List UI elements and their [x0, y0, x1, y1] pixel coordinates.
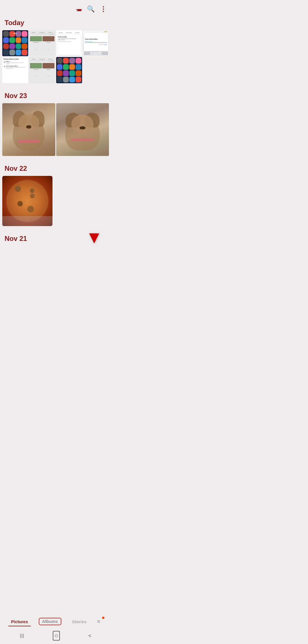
menu-icon[interactable]: ≡: [97, 619, 100, 625]
dialog-create-mini[interactable]: Create: [104, 44, 107, 45]
today-photo-2[interactable]: RecentFavouritesCamera 2132 | 5304 Scree…: [29, 30, 55, 56]
invite-subtitle2: Only the people you invite can join.: [58, 41, 80, 42]
nov22-label: Nov 22: [0, 162, 111, 176]
search-icon[interactable]: 🔍: [87, 5, 95, 13]
nov22-pizza-photo[interactable]: [2, 176, 52, 226]
albums-label: Albums: [42, 619, 58, 624]
nov23-photo-grid: [0, 103, 111, 156]
nov22-section: Nov 22: [0, 162, 111, 226]
albums-box[interactable]: Albums: [39, 618, 61, 625]
pictures-label: Pictures: [11, 619, 28, 624]
wtc-option1-desc: Create a new album and add pictures and …: [6, 62, 27, 64]
cloud-off-icon[interactable]: ☁: [76, 6, 82, 13]
today-photo-1[interactable]: Wear: [2, 30, 28, 56]
nov21-section: Nov 21 ▼: [0, 232, 111, 252]
wtc-option2-desc: Create an album that automatically colle…: [6, 67, 27, 69]
wtc-title-mini: Choose what to create: [3, 58, 27, 60]
back-button[interactable]: <: [88, 633, 92, 639]
nov23-dog-photo-2[interactable]: [56, 103, 109, 156]
home-button[interactable]: ○: [53, 631, 60, 641]
wear-label: Wear: [14, 32, 17, 34]
system-nav: ||| ○ <: [0, 628, 111, 644]
recent-apps-button[interactable]: |||: [20, 633, 24, 638]
nav-stories[interactable]: Stories: [69, 618, 89, 625]
nov22-photo-grid: [0, 176, 111, 226]
more-options-icon[interactable]: ⋮: [100, 5, 107, 13]
bottom-nav: Pictures Albums Stories ≡: [0, 613, 111, 630]
dialog-title-mini: Create shared album: [85, 38, 107, 40]
today-photo-3[interactable]: RecentFavouritesCamera Invite people Cho…: [56, 30, 82, 56]
arrow-annotation: ▼: [86, 229, 103, 246]
dialog-input-mini[interactable]: Shared album 1: [85, 41, 107, 43]
today-photo-4[interactable]: 🔊📶🔋 Create shared album Shared album 1 C…: [83, 30, 109, 56]
today-section: Today: [0, 16, 111, 83]
nav-albums[interactable]: Albums: [36, 617, 64, 626]
today-label: Today: [0, 16, 111, 30]
today-photo-5[interactable]: Choose what to create Album Create a new…: [2, 57, 28, 83]
nav-menu[interactable]: ≡: [94, 617, 103, 626]
nov23-section: Nov 23: [0, 89, 111, 156]
red-arrow-icon: ▼: [86, 229, 103, 246]
dialog-cancel-mini[interactable]: Cancel: [99, 44, 102, 45]
today-photo-row1: Wear RecentFavouritesCamera 2132 | 5304 …: [0, 30, 111, 56]
today-photo-8: [83, 57, 109, 83]
stories-label: Stories: [72, 619, 86, 624]
wear-mini-label: Wear: [71, 62, 73, 63]
today-photo-6[interactable]: RecentFavouritesCamera 11732 | 5309 Scre…: [29, 57, 55, 83]
today-photo-7[interactable]: Wear: [56, 57, 82, 83]
invite-title-mini: Invite people: [58, 36, 80, 38]
invite-subtitle1: Choose contacts or add Samsung accounts: [61, 38, 80, 40]
nov23-dog-photo-1[interactable]: [2, 103, 55, 156]
pictures-underline: [8, 626, 31, 626]
top-bar: ☁ 🔍 ⋮: [0, 0, 111, 16]
nav-pictures[interactable]: Pictures: [8, 618, 31, 625]
notification-dot: [102, 617, 104, 619]
today-photo-row2: Choose what to create Album Create a new…: [0, 57, 111, 83]
nov23-label: Nov 23: [0, 89, 111, 103]
